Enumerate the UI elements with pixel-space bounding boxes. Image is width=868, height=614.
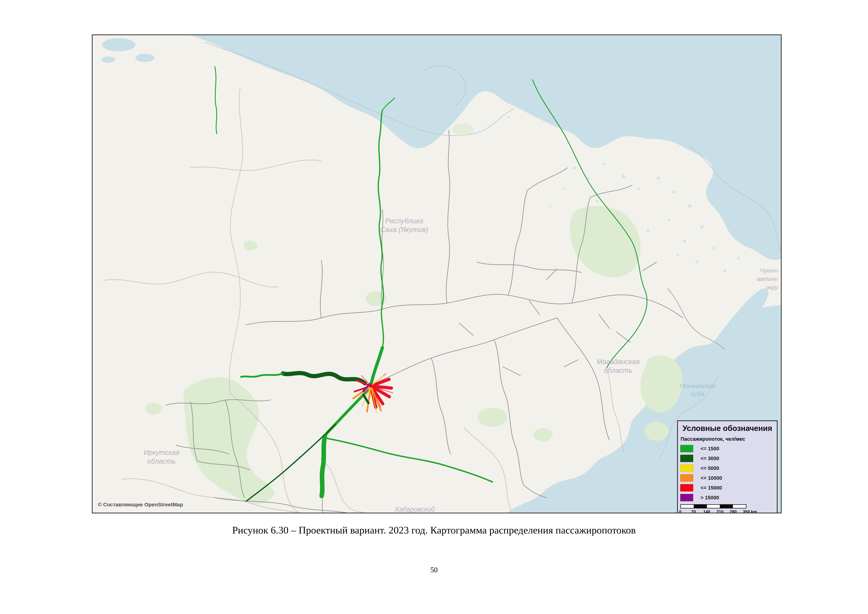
label-sakha-line1: Республика [385, 217, 423, 225]
arctic-bay [102, 38, 135, 51]
legend-item-label: <= 10000 [701, 475, 722, 481]
legend-item-label: <= 15000 [701, 485, 722, 491]
label-irkutsk-line2: область [147, 457, 176, 465]
label-khabarovsk: Хабаровский [395, 505, 435, 513]
scalebar-segment [720, 505, 733, 508]
legend-item-label: <= 3000 [701, 456, 719, 461]
label-chukotka-line1: Чукот [760, 267, 778, 274]
legend-item: > 15000 [680, 493, 777, 502]
label-chukotka-line2: автоно [757, 276, 778, 282]
arctic-bay [135, 54, 155, 62]
forest-patch [145, 403, 162, 415]
hub-center [369, 384, 373, 388]
figure-caption: Рисунок 6.30 – Проектный вариант. 2023 г… [0, 524, 868, 536]
scalebar-tick: 0 [679, 509, 681, 513]
label-magadan-line1: Магаданская [597, 358, 640, 366]
arctic-bay [101, 57, 115, 63]
legend-swatch [680, 484, 693, 492]
forest-patch [452, 123, 473, 136]
label-magadan-line2: область [604, 366, 632, 374]
legend-item: <= 15000 [680, 483, 777, 492]
map-legend: Условные обозначения Пассажиропоток, чел… [677, 420, 778, 513]
scalebar-segments [680, 504, 746, 509]
map-figure: Республика Саха (Якутия) Иркутская облас… [92, 34, 781, 513]
scalebar-tick: 70 [691, 509, 696, 513]
legend-item: <= 1500 [680, 444, 777, 453]
label-irkutsk-line1: Иркутская [144, 449, 180, 456]
legend-item: <= 5000 [680, 464, 777, 473]
page-number: 50 [0, 566, 868, 574]
legend-swatch [680, 465, 693, 472]
legend-swatch [680, 455, 693, 462]
label-penzhina-line2: губа [691, 390, 704, 397]
scalebar-unit: km [751, 509, 757, 513]
legend-item: <= 3000 [680, 454, 777, 463]
legend-item: <= 10000 [680, 473, 777, 482]
legend-title: Условные обозначения [678, 424, 777, 433]
scalebar-segment [694, 505, 707, 508]
forest-patch [645, 422, 669, 441]
scalebar-ticks: 070140210280350 [680, 509, 746, 513]
label-sakha-line2: Саха (Якутия) [380, 226, 428, 234]
scalebar-tick: 140 [703, 509, 710, 513]
legend-swatch [680, 445, 693, 452]
scalebar-tick: 280 [730, 509, 736, 513]
legend-items: <= 1500<= 3000<= 5000<= 10000<= 15000> 1… [680, 444, 777, 502]
scalebar-tick: 350 [743, 509, 750, 513]
scalebar-segment [681, 505, 694, 508]
legend-swatch [680, 494, 693, 501]
scalebar-segment [733, 505, 746, 508]
forest-patch [533, 428, 553, 442]
scalebar-tick: 210 [716, 509, 724, 513]
scalebar: 070140210280350 km [680, 504, 752, 513]
flow-route-south-heavy [322, 437, 325, 496]
legend-item-label: > 15000 [701, 495, 719, 501]
map-attribution: © Составляющие OpenStreetMap [98, 502, 183, 507]
document-page: Республика Саха (Якутия) Иркутская облас… [0, 0, 868, 614]
forest-patch [477, 408, 507, 427]
label-chukotka-line3: окру [766, 284, 778, 290]
label-penzhina-line1: Пенжинская [680, 382, 715, 389]
legend-swatch [680, 474, 693, 482]
forest-patch [243, 241, 257, 250]
legend-item-label: <= 5000 [701, 465, 719, 471]
legend-item-label: <= 1500 [701, 446, 719, 451]
scalebar-segment [707, 505, 720, 508]
legend-subtitle: Пассажиропоток, чел/мес [680, 436, 777, 442]
